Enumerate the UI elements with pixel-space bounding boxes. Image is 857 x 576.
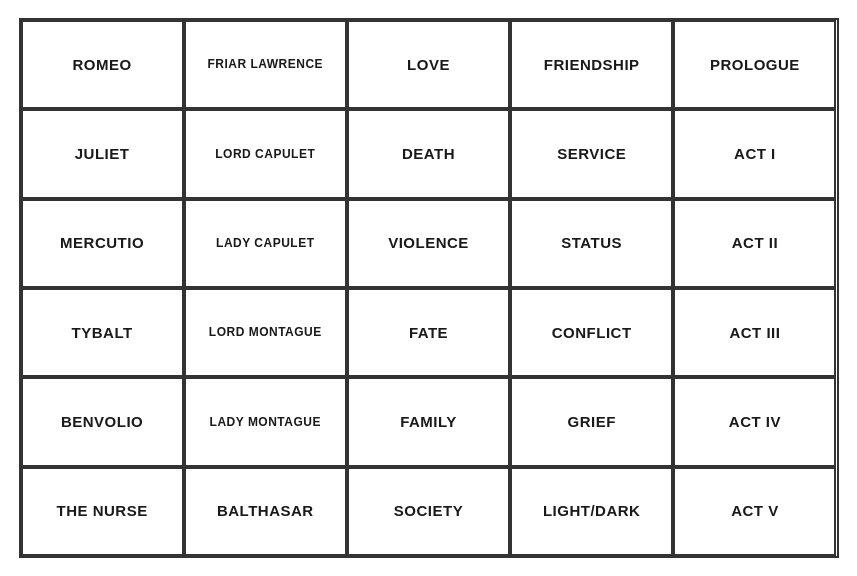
cell-label-love: LOVE (407, 56, 450, 74)
cell-lady-montague: LADY MONTAGUE (184, 377, 347, 466)
cell-society: SOCIETY (347, 467, 510, 556)
cell-label-act-v: ACT V (731, 502, 779, 520)
cell-label-the-nurse: THE NURSE (57, 502, 148, 520)
cell-label-grief: GRIEF (568, 413, 616, 431)
cell-label-act-ii: ACT II (732, 234, 778, 252)
cell-friar-lawrence: FRIAR LAWRENCE (184, 20, 347, 109)
cell-label-service: SERVICE (557, 145, 626, 163)
cell-balthasar: BALTHASAR (184, 467, 347, 556)
cell-tybalt: TYBALT (21, 288, 184, 377)
cell-lord-capulet: LORD CAPULET (184, 109, 347, 198)
cell-label-lady-capulet: LADY CAPULET (216, 236, 314, 250)
cell-prologue: PROLOGUE (673, 20, 836, 109)
cell-violence: VIOLENCE (347, 199, 510, 288)
cell-act-iv: ACT IV (673, 377, 836, 466)
cell-light-dark: LIGHT/DARK (510, 467, 673, 556)
cell-label-family: FAMILY (400, 413, 457, 431)
cell-lady-capulet: LADY CAPULET (184, 199, 347, 288)
cell-act-iii: ACT III (673, 288, 836, 377)
cell-act-ii: ACT II (673, 199, 836, 288)
cell-label-lady-montague: LADY MONTAGUE (210, 415, 321, 429)
cell-label-friendship: FRIENDSHIP (544, 56, 640, 74)
cell-death: DEATH (347, 109, 510, 198)
cell-family: FAMILY (347, 377, 510, 466)
cell-label-juliet: JULIET (75, 145, 130, 163)
cell-label-balthasar: BALTHASAR (217, 502, 314, 520)
cell-romeo: ROMEO (21, 20, 184, 109)
cell-label-prologue: PROLOGUE (710, 56, 800, 74)
cell-friendship: FRIENDSHIP (510, 20, 673, 109)
cell-label-romeo: ROMEO (73, 56, 132, 74)
cell-juliet: JULIET (21, 109, 184, 198)
cell-act-v: ACT V (673, 467, 836, 556)
cell-mercutio: MERCUTIO (21, 199, 184, 288)
cell-label-light-dark: LIGHT/DARK (543, 502, 641, 520)
cell-label-lord-montague: LORD MONTAGUE (209, 325, 322, 339)
cell-benvolio: BENVOLIO (21, 377, 184, 466)
cell-status: STATUS (510, 199, 673, 288)
romeo-juliet-grid: ROMEOFRIAR LAWRENCELOVEFRIENDSHIPPROLOGU… (19, 18, 839, 558)
cell-grief: GRIEF (510, 377, 673, 466)
cell-label-act-iv: ACT IV (729, 413, 781, 431)
cell-the-nurse: THE NURSE (21, 467, 184, 556)
cell-label-act-iii: ACT III (729, 324, 780, 342)
cell-label-tybalt: TYBALT (72, 324, 133, 342)
cell-label-violence: VIOLENCE (388, 234, 469, 252)
cell-label-act-i: ACT I (734, 145, 776, 163)
cell-love: LOVE (347, 20, 510, 109)
cell-label-benvolio: BENVOLIO (61, 413, 143, 431)
cell-label-status: STATUS (561, 234, 622, 252)
cell-label-lord-capulet: LORD CAPULET (215, 147, 315, 161)
cell-label-society: SOCIETY (394, 502, 463, 520)
cell-act-i: ACT I (673, 109, 836, 198)
cell-label-friar-lawrence: FRIAR LAWRENCE (207, 57, 323, 71)
cell-fate: FATE (347, 288, 510, 377)
cell-label-death: DEATH (402, 145, 455, 163)
cell-conflict: CONFLICT (510, 288, 673, 377)
cell-service: SERVICE (510, 109, 673, 198)
cell-lord-montague: LORD MONTAGUE (184, 288, 347, 377)
cell-label-conflict: CONFLICT (552, 324, 632, 342)
cell-label-fate: FATE (409, 324, 448, 342)
cell-label-mercutio: MERCUTIO (60, 234, 144, 252)
